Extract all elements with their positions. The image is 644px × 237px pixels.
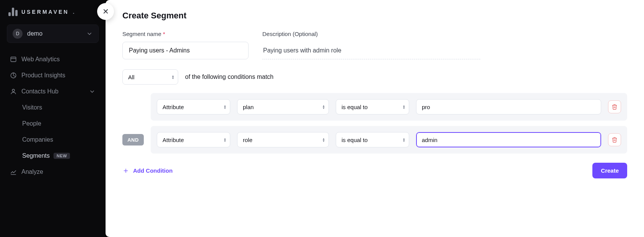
- add-condition-label: Add Condition: [133, 167, 172, 174]
- select-caret-icon: ▴▾: [172, 75, 174, 79]
- workspace-selector[interactable]: D demo: [7, 25, 99, 43]
- condition-value-input[interactable]: [416, 99, 601, 114]
- nav-contacts-hub[interactable]: Contacts Hub: [7, 83, 99, 100]
- select-caret-icon: ▴▾: [403, 137, 405, 142]
- nav-label: Product Insights: [21, 72, 65, 79]
- conditions-list: Attribute▴▾plan▴▾is equal to▴▾ANDAttribu…: [122, 93, 627, 154]
- condition-type-select-value: Attribute: [163, 104, 184, 110]
- required-indicator: *: [163, 31, 165, 37]
- condition-operator-select[interactable]: is equal to▴▾: [336, 132, 409, 147]
- description-input[interactable]: [262, 42, 480, 59]
- condition-field-select[interactable]: role▴▾: [237, 132, 329, 147]
- select-caret-icon: ▴▾: [224, 105, 226, 109]
- description-field: Description (Optional): [262, 31, 480, 59]
- brand-logo: [8, 8, 18, 16]
- workspace-name: demo: [27, 30, 86, 37]
- select-caret-icon: ▴▾: [224, 137, 226, 142]
- chart-icon: [10, 168, 17, 175]
- svg-rect-0: [11, 57, 16, 62]
- close-button[interactable]: ✕: [97, 3, 114, 20]
- condition-field-select-value: role: [243, 137, 252, 143]
- chevron-down-icon: [86, 30, 93, 37]
- condition-value-input[interactable]: [416, 132, 601, 147]
- nav-label: Analyze: [21, 168, 43, 175]
- match-text: of the following conditions match: [185, 74, 273, 80]
- panel-title: Create Segment: [122, 11, 627, 21]
- subnav-companies[interactable]: Companies: [19, 132, 99, 148]
- nav-label: Contacts Hub: [21, 88, 59, 95]
- subnav-label: People: [22, 120, 41, 127]
- nav-list: Web Analytics Product Insights Contacts …: [7, 51, 99, 100]
- segment-name-label: Segment name *: [122, 31, 249, 37]
- condition-card: Attribute▴▾plan▴▾is equal to▴▾: [151, 93, 627, 121]
- nav-contacts-sub: Visitors People Companies Segments NEW: [7, 100, 99, 164]
- match-mode-select[interactable]: All ▴▾: [122, 69, 178, 85]
- plus-icon: [122, 167, 129, 174]
- new-badge: NEW: [54, 153, 70, 159]
- nav-web-analytics[interactable]: Web Analytics: [7, 51, 99, 67]
- condition-card: Attribute▴▾role▴▾is equal to▴▾: [151, 126, 627, 154]
- user-icon: [10, 88, 17, 95]
- window-icon: [10, 56, 17, 63]
- condition-row: Attribute▴▾plan▴▾is equal to▴▾: [122, 93, 627, 121]
- subnav-label: Visitors: [22, 104, 42, 111]
- brand-name: USERMAVEN: [21, 9, 69, 15]
- nav-product-insights[interactable]: Product Insights: [7, 67, 99, 83]
- brand-dot: .: [73, 9, 76, 15]
- segment-name-input[interactable]: [122, 42, 249, 59]
- select-caret-icon: ▴▾: [323, 105, 325, 109]
- condition-type-select[interactable]: Attribute▴▾: [157, 132, 230, 147]
- chevron-down-icon: [89, 88, 96, 95]
- select-caret-icon: ▴▾: [323, 137, 325, 142]
- create-button[interactable]: Create: [592, 163, 627, 178]
- svg-point-3: [12, 89, 15, 92]
- condition-type-select-value: Attribute: [163, 137, 184, 143]
- pie-icon: [10, 72, 17, 79]
- add-condition-button[interactable]: Add Condition: [122, 167, 172, 174]
- condition-field-select[interactable]: plan▴▾: [237, 99, 329, 114]
- delete-condition-button[interactable]: [608, 100, 621, 113]
- delete-condition-button[interactable]: [608, 133, 621, 146]
- create-segment-panel: ✕ Create Segment Segment name * Descript…: [106, 0, 644, 237]
- condition-type-select[interactable]: Attribute▴▾: [157, 99, 230, 114]
- subnav-segments[interactable]: Segments NEW: [19, 148, 99, 164]
- match-mode-value: All: [128, 74, 135, 80]
- condition-field-select-value: plan: [243, 104, 254, 110]
- condition-operator-select[interactable]: is equal to▴▾: [336, 99, 409, 114]
- condition-operator-select-value: is equal to: [342, 137, 368, 143]
- workspace-avatar: D: [13, 29, 23, 39]
- description-label: Description (Optional): [262, 31, 480, 37]
- sidebar: USERMAVEN. D demo Web Analytics Product …: [0, 0, 106, 237]
- brand: USERMAVEN.: [7, 8, 99, 16]
- nav-analyze[interactable]: Analyze: [7, 164, 99, 180]
- condition-row: ANDAttribute▴▾role▴▾is equal to▴▾: [122, 126, 627, 154]
- nav-list-2: Analyze: [7, 164, 99, 180]
- subnav-people[interactable]: People: [19, 116, 99, 132]
- subnav-label: Segments: [22, 152, 50, 159]
- subnav-visitors[interactable]: Visitors: [19, 100, 99, 116]
- close-icon: ✕: [102, 7, 109, 16]
- select-caret-icon: ▴▾: [403, 105, 405, 109]
- condition-operator-select-value: is equal to: [342, 104, 368, 110]
- subnav-label: Companies: [22, 136, 53, 143]
- and-pill: AND: [122, 134, 144, 145]
- nav-label: Web Analytics: [21, 56, 60, 63]
- segment-name-field: Segment name *: [122, 31, 249, 59]
